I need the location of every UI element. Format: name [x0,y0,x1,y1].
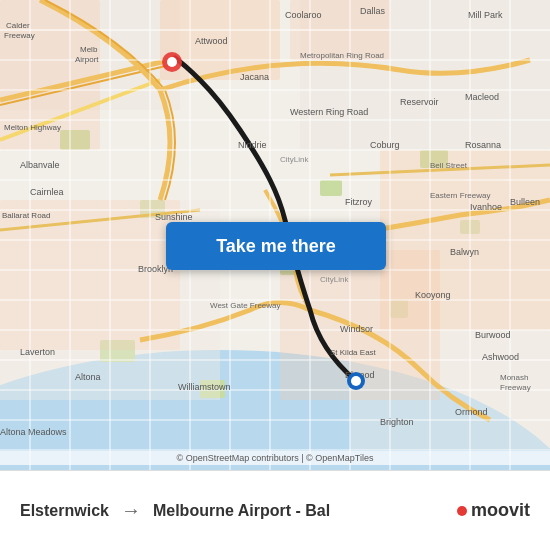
map-attribution: © OpenStreetMap contributors | © OpenMap… [0,451,550,465]
svg-text:St Kilda East: St Kilda East [330,348,377,357]
app-container: Coolaroo Dallas Mill Park Attwood Metrop… [0,0,550,550]
svg-rect-5 [320,180,342,196]
svg-text:Brighton: Brighton [380,417,414,427]
svg-text:West Gate Freeway: West Gate Freeway [210,301,281,310]
bottom-bar: Elsternwick → Melbourne Airport - Bal mo… [0,470,550,550]
svg-text:Eastern Freeway: Eastern Freeway [430,191,490,200]
svg-text:Albanvale: Albanvale [20,160,60,170]
svg-text:Jacana: Jacana [240,72,269,82]
svg-text:Melb: Melb [80,45,98,54]
svg-text:Altona Meadows: Altona Meadows [0,427,67,437]
svg-text:Freeway: Freeway [500,383,531,392]
svg-text:Altona: Altona [75,372,101,382]
svg-text:Airport: Airport [75,55,99,64]
svg-text:CityLink: CityLink [320,275,349,284]
svg-text:Coburg: Coburg [370,140,400,150]
moovit-dot-icon [457,506,467,516]
svg-text:Bulleen: Bulleen [510,197,540,207]
svg-text:Kooyong: Kooyong [415,290,451,300]
svg-text:Monash: Monash [500,373,528,382]
svg-text:Rosanna: Rosanna [465,140,501,150]
svg-text:Macleod: Macleod [465,92,499,102]
svg-text:Ballarat Road: Ballarat Road [2,211,50,220]
svg-text:Western Ring Road: Western Ring Road [290,107,368,117]
svg-text:Metropolitan Ring Road: Metropolitan Ring Road [300,51,384,60]
map-area: Coolaroo Dallas Mill Park Attwood Metrop… [0,0,550,470]
svg-text:Ivanhoe: Ivanhoe [470,202,502,212]
route-from: Elsternwick [20,502,109,520]
svg-text:Balwyn: Balwyn [450,247,479,257]
svg-text:CityLink: CityLink [280,155,309,164]
svg-text:Reservoir: Reservoir [400,97,439,107]
take-me-there-button[interactable]: Take me there [166,222,386,270]
svg-text:Windsor: Windsor [340,324,373,334]
svg-text:Mill Park: Mill Park [468,10,503,20]
moovit-name: moovit [471,500,530,521]
svg-text:Sunshine: Sunshine [155,212,193,222]
svg-text:Laverton: Laverton [20,347,55,357]
svg-text:Freeway: Freeway [4,31,35,40]
svg-point-102 [167,57,177,67]
svg-text:Ormond: Ormond [455,407,488,417]
svg-text:Bell Street: Bell Street [430,161,468,170]
route-arrow-icon: → [121,499,141,522]
svg-text:Cairnlea: Cairnlea [30,187,64,197]
svg-point-104 [351,376,361,386]
svg-text:Niddrie: Niddrie [238,140,267,150]
route-to: Melbourne Airport - Bal [153,502,330,520]
svg-text:Attwood: Attwood [195,36,228,46]
svg-text:Ashwood: Ashwood [482,352,519,362]
svg-text:Calder: Calder [6,21,30,30]
svg-text:Coolaroo: Coolaroo [285,10,322,20]
svg-text:Williamstown: Williamstown [178,382,231,392]
svg-text:Fitzroy: Fitzroy [345,197,373,207]
svg-text:Melton Highway: Melton Highway [4,123,61,132]
svg-text:Dallas: Dallas [360,6,386,16]
svg-text:Burwood: Burwood [475,330,511,340]
moovit-branding: moovit [457,500,530,521]
